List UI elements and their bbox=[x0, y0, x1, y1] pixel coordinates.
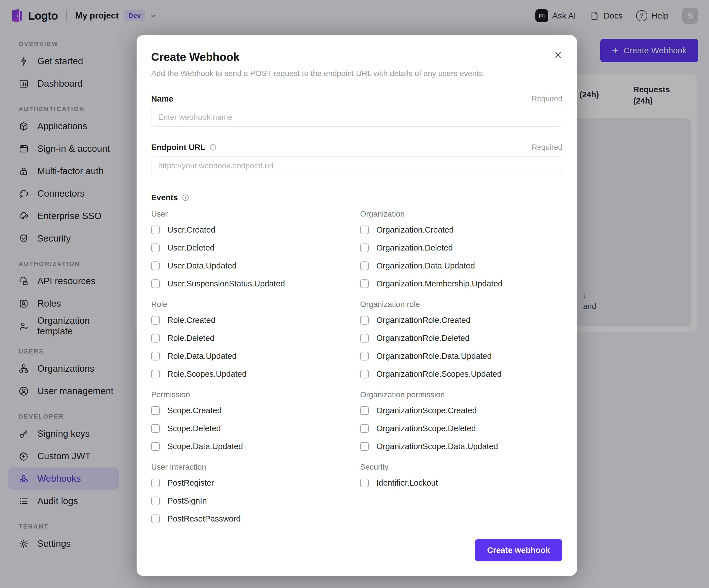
checkbox-row[interactable]: Organization.Created bbox=[360, 221, 562, 239]
checkbox[interactable] bbox=[360, 479, 369, 487]
event-group-organization: Organization Organization.Created Organi… bbox=[360, 209, 562, 292]
checkbox[interactable] bbox=[360, 370, 369, 379]
checkbox-row[interactable]: Scope.Created bbox=[151, 402, 353, 419]
checkbox[interactable] bbox=[360, 261, 369, 270]
checkbox[interactable] bbox=[360, 406, 369, 415]
checkbox[interactable] bbox=[360, 226, 369, 234]
info-icon[interactable] bbox=[209, 144, 217, 151]
checkbox-row[interactable]: User.Deleted bbox=[151, 239, 353, 257]
checkbox-row[interactable]: PostRegister bbox=[151, 474, 353, 492]
checkbox[interactable] bbox=[151, 406, 160, 415]
checkbox[interactable] bbox=[151, 226, 160, 234]
name-field: Name Required bbox=[151, 94, 562, 127]
checkbox[interactable] bbox=[151, 279, 160, 288]
checkbox-row[interactable]: Role.Created bbox=[151, 311, 353, 329]
endpoint-url-input[interactable] bbox=[151, 156, 562, 175]
endpoint-field: Endpoint URL Required bbox=[151, 143, 562, 175]
events-grid: User User.Created User.Deleted User.Data… bbox=[151, 209, 562, 535]
modal-description: Add the Webhook to send a POST request t… bbox=[151, 69, 562, 78]
checkbox-row[interactable]: Organization.Membership.Updated bbox=[360, 275, 562, 292]
checkbox[interactable] bbox=[360, 334, 369, 342]
checkbox[interactable] bbox=[151, 479, 160, 487]
event-group-security: Security Identifier.Lockout bbox=[360, 463, 562, 528]
checkbox-row[interactable]: Role.Deleted bbox=[151, 329, 353, 347]
endpoint-required-badge: Required bbox=[531, 143, 562, 152]
close-icon[interactable]: ✕ bbox=[553, 49, 563, 61]
event-group-role: Role Role.Created Role.Deleted Role.Data… bbox=[151, 300, 353, 383]
event-group-user-interaction: User interaction PostRegister PostSignIn… bbox=[151, 463, 353, 528]
checkbox-row[interactable]: PostResetPassword bbox=[151, 510, 353, 528]
checkbox-row[interactable]: OrganizationScope.Deleted bbox=[360, 419, 562, 437]
event-group-user: User User.Created User.Deleted User.Data… bbox=[151, 209, 353, 292]
checkbox-row[interactable]: OrganizationRole.Deleted bbox=[360, 329, 562, 347]
app-root: Logto My project Dev As bbox=[0, 0, 709, 588]
checkbox-row[interactable]: Role.Data.Updated bbox=[151, 347, 353, 365]
event-group-organization-role: Organization role OrganizationRole.Creat… bbox=[360, 300, 562, 383]
checkbox-row[interactable]: Identifier.Lockout bbox=[360, 474, 562, 492]
checkbox[interactable] bbox=[151, 442, 160, 451]
webhook-name-input[interactable] bbox=[151, 108, 562, 127]
checkbox-row[interactable]: Role.Scopes.Updated bbox=[151, 365, 353, 383]
checkbox[interactable] bbox=[151, 334, 160, 342]
checkbox[interactable] bbox=[151, 370, 160, 379]
checkbox-row[interactable]: OrganizationScope.Created bbox=[360, 402, 562, 419]
checkbox[interactable] bbox=[360, 442, 369, 451]
info-icon[interactable] bbox=[182, 194, 189, 201]
checkbox[interactable] bbox=[151, 352, 160, 360]
checkbox-row[interactable]: Scope.Deleted bbox=[151, 419, 353, 437]
endpoint-url-label: Endpoint URL bbox=[151, 143, 205, 152]
event-group-permission: Permission Scope.Created Scope.Deleted S… bbox=[151, 390, 353, 455]
create-webhook-submit-button[interactable]: Create webhook bbox=[475, 539, 562, 561]
name-required-badge: Required bbox=[531, 95, 562, 103]
checkbox[interactable] bbox=[360, 424, 369, 433]
checkbox[interactable] bbox=[360, 279, 369, 288]
checkbox-row[interactable]: Organization.Data.Updated bbox=[360, 257, 562, 275]
checkbox-row[interactable]: Organization.Deleted bbox=[360, 239, 562, 257]
checkbox-row[interactable]: User.SuspensionStatus.Updated bbox=[151, 275, 353, 292]
checkbox[interactable] bbox=[360, 316, 369, 325]
checkbox[interactable] bbox=[151, 244, 160, 252]
checkbox[interactable] bbox=[151, 316, 160, 325]
checkbox[interactable] bbox=[360, 352, 369, 360]
checkbox[interactable] bbox=[360, 244, 369, 252]
checkbox[interactable] bbox=[151, 261, 160, 270]
modal-title: Create Webhook bbox=[151, 51, 562, 63]
checkbox-row[interactable]: OrganizationRole.Created bbox=[360, 311, 562, 329]
checkbox-row[interactable]: OrganizationRole.Scopes.Updated bbox=[360, 365, 562, 383]
checkbox-row[interactable]: Scope.Data.Updated bbox=[151, 437, 353, 455]
checkbox-row[interactable]: OrganizationRole.Data.Updated bbox=[360, 347, 562, 365]
checkbox-row[interactable]: PostSignIn bbox=[151, 492, 353, 510]
create-webhook-modal: Create Webhook ✕ Add the Webhook to send… bbox=[137, 35, 577, 576]
checkbox[interactable] bbox=[151, 496, 160, 505]
checkbox[interactable] bbox=[151, 424, 160, 433]
events-label: Events bbox=[151, 193, 178, 202]
event-group-organization-permission: Organization permission OrganizationScop… bbox=[360, 390, 562, 455]
checkbox-row[interactable]: User.Data.Updated bbox=[151, 257, 353, 275]
checkbox[interactable] bbox=[151, 514, 160, 523]
checkbox-row[interactable]: User.Created bbox=[151, 221, 353, 239]
checkbox-row[interactable]: OrganizationScope.Data.Updated bbox=[360, 437, 562, 455]
name-label: Name bbox=[151, 94, 173, 104]
